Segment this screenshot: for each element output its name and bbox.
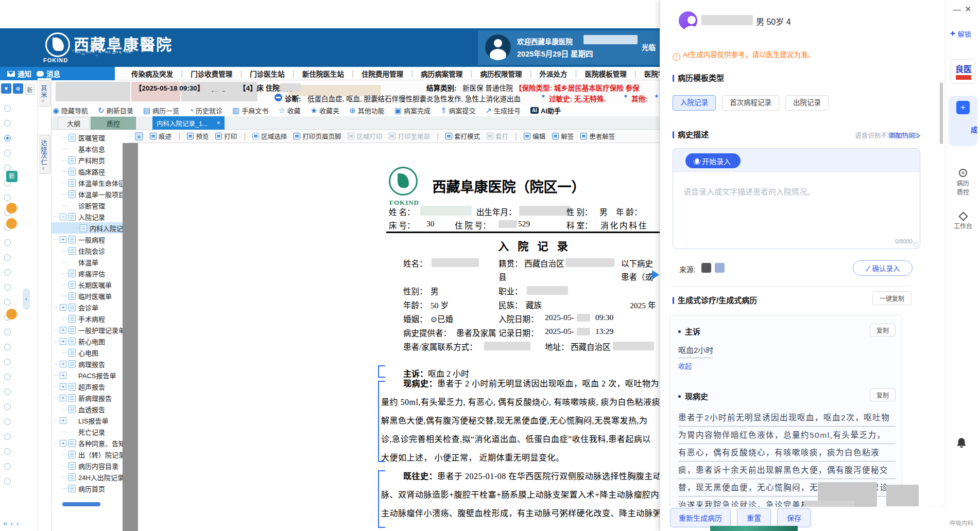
tree-item[interactable]: 手术病程 — [51, 313, 123, 324]
tree-item[interactable]: +新病理报告 — [51, 392, 123, 403]
tree-item[interactable]: 体温单生命体征 — [51, 177, 123, 188]
patient-tab-0[interactable]: 其米× — [39, 80, 50, 107]
resize-handle[interactable] — [913, 242, 918, 247]
tree-item[interactable]: +各种同意、告知书 — [51, 437, 123, 449]
tree-item[interactable]: 临床路径 — [51, 166, 123, 177]
menu-item-3[interactable]: 新住院医生站 — [295, 68, 352, 79]
tree-item[interactable]: 死亡记录 — [51, 426, 123, 437]
expand-icon[interactable]: + — [60, 372, 66, 379]
record-radio[interactable] — [4, 239, 11, 246]
patient-tab-close-icon[interactable]: × — [40, 165, 46, 171]
toolbar-hide-nav[interactable]: ◉隐藏导航 — [53, 105, 88, 115]
toolbar-more[interactable]: ⊕其他功能 — [349, 105, 385, 115]
record-radio[interactable] — [4, 150, 11, 156]
copy-hpi-button[interactable]: 复制 — [870, 388, 896, 401]
toolbar-star-filled[interactable]: ★收藏夹 — [311, 105, 339, 115]
doctool-解签[interactable]: 解签 — [552, 131, 574, 141]
expand-icon[interactable]: + — [60, 417, 66, 424]
tab-document[interactable]: 内科入院记录_1... × — [152, 116, 225, 130]
doctool-区域选择[interactable]: 区域选择 — [252, 131, 287, 141]
tree-item[interactable]: 内科入院记录_1 — [51, 222, 123, 234]
menu-notify[interactable]: 通知 — [7, 68, 31, 79]
confirm-entry-button[interactable]: ✓ 确认录入 — [853, 260, 913, 276]
locate-icon[interactable]: ⊕ — [13, 83, 23, 94]
filter-icon[interactable]: ▼ — [1, 83, 11, 94]
record-radio[interactable] — [4, 299, 11, 306]
save-button[interactable]: 保存 — [777, 508, 811, 527]
patient-tab-1[interactable]: 达娃次仁× — [39, 135, 50, 174]
orange-status-icon[interactable] — [6, 203, 17, 214]
tree-item[interactable]: 诊断管理 — [51, 200, 123, 211]
record-radio[interactable] — [4, 120, 11, 127]
tree-item[interactable]: +一般护理记录单 — [51, 324, 123, 335]
reset-button[interactable]: 重置 — [737, 508, 771, 527]
toolbar-star[interactable]: ☆收藏 — [278, 105, 300, 115]
record-radio[interactable] — [4, 194, 11, 201]
doctool-套打模式[interactable]: 套打模式 — [445, 131, 480, 141]
tree-item[interactable]: +LIS报告单 — [51, 415, 123, 426]
unlock-button[interactable]: 解锁 — [950, 29, 971, 39]
menu-item-9[interactable]: 医院字典设定 — [637, 68, 660, 79]
record-radio[interactable] — [4, 344, 11, 350]
expand-icon[interactable]: + — [60, 383, 66, 390]
record-radio[interactable] — [4, 463, 11, 470]
document-page[interactable]: FOKIND 西藏阜康医院（院区一） 姓 名： 出生年月： 性 别： 男 年 龄… — [138, 143, 660, 531]
toolbar-ai-assistant[interactable]: AIAI助手 — [530, 105, 561, 115]
record-radio[interactable] — [4, 359, 11, 365]
tree-item[interactable]: 基本信息 — [51, 143, 123, 154]
record-radio[interactable] — [4, 269, 11, 276]
tree-item[interactable]: +新心电图 — [51, 335, 123, 347]
expand-icon[interactable]: + — [60, 338, 66, 345]
panel-scrollbar[interactable] — [940, 82, 943, 144]
toolbar-history[interactable]: ◔历史就诊 — [189, 105, 222, 115]
dock-item-record-generate[interactable]: + 病历生成 — [949, 96, 977, 146]
toolbar-case-submit[interactable]: ⇑病案提交 — [440, 105, 476, 115]
record-radio[interactable] — [4, 403, 11, 410]
record-radio[interactable] — [4, 433, 11, 440]
tree-hscrollbar[interactable] — [62, 502, 100, 506]
toolbar-register[interactable]: ↗生成挂号 — [486, 105, 521, 115]
collapse-icon[interactable]: − — [60, 214, 66, 220]
menu-item-2[interactable]: 门诊医生站 — [242, 68, 293, 79]
regenerate-button[interactable]: 重新生成病历 — [670, 508, 731, 527]
tree-item[interactable]: 病历内容目录 — [51, 460, 123, 471]
record-radio[interactable] — [4, 374, 11, 380]
expand-arrow-icon[interactable] — [652, 270, 660, 279]
menu-message[interactable]: 消息 — [37, 68, 60, 79]
doctool-打印[interactable]: 打印 — [215, 131, 237, 141]
record-radio[interactable] — [4, 478, 11, 485]
orange-status-icon[interactable] — [6, 309, 17, 320]
tree-item[interactable]: 体温单一般项目 — [51, 188, 123, 200]
new-record-badge[interactable]: 新 — [6, 171, 18, 182]
expand-icon[interactable]: + — [60, 395, 66, 401]
record-radio[interactable] — [4, 284, 11, 291]
expand-icon[interactable]: + — [60, 440, 66, 447]
tree-item[interactable]: +会诊单 — [51, 302, 123, 313]
new-label[interactable]: 新 — [25, 85, 35, 95]
template-option-0[interactable]: 入院记录 — [673, 95, 716, 111]
menu-item-0[interactable]: 传染病及突发 — [124, 68, 181, 79]
menu-item-1[interactable]: 门诊收费管理 — [183, 68, 240, 79]
record-radio[interactable] — [4, 388, 11, 395]
toolbar-case-complete[interactable]: ▣病案完成 — [394, 105, 431, 115]
expand-icon[interactable]: + — [60, 304, 66, 311]
toolbar-record-list[interactable]: ▤病历一览 — [143, 105, 179, 115]
doctool-预览[interactable]: 预览 — [187, 131, 209, 141]
tree-item[interactable]: 体温单 — [51, 256, 123, 268]
tree-item[interactable]: +超声报告 — [51, 381, 123, 392]
expand-icon[interactable]: + — [60, 361, 66, 367]
toolbar-refresh[interactable]: ↻刷新目录 — [98, 105, 133, 115]
template-option-1[interactable]: 首次病程记录 — [722, 95, 779, 111]
tree-item[interactable]: 病历首页 — [51, 483, 123, 494]
tree-nav-arrows[interactable]: «‹› — [3, 519, 22, 527]
tree-item[interactable]: +一般病程 — [51, 234, 123, 245]
record-radio[interactable] — [4, 448, 11, 455]
record-radio[interactable] — [4, 135, 11, 141]
minimize-button[interactable]: — — [953, 5, 961, 14]
tree-item[interactable]: −入院记录 — [51, 211, 123, 222]
tab-qc[interactable]: 质控 — [91, 117, 136, 130]
tree-item[interactable]: +PACS报告单 — [51, 369, 123, 381]
menu-item-6[interactable]: 病历权限管理 — [472, 68, 529, 79]
toolbar-anesthesia-doc[interactable]: ▥手麻文书 — [232, 105, 268, 115]
tree-item[interactable]: 心电图 — [51, 347, 123, 358]
